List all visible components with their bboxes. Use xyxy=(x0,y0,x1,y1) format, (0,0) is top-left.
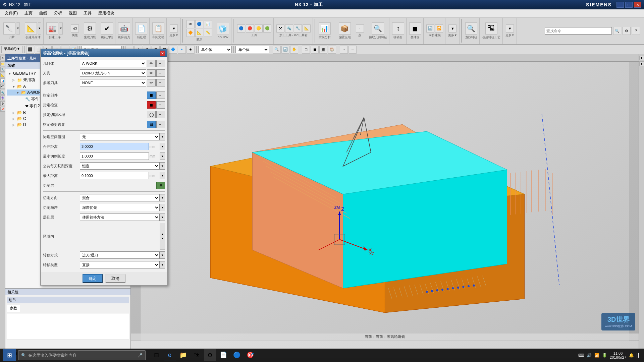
wp-btn2[interactable]: 🔴 xyxy=(246,24,254,33)
view-btn1[interactable]: → xyxy=(340,46,348,54)
3d-ipw-btn[interactable]: 🧊 xyxy=(217,23,229,35)
snap-btn7[interactable]: 🔹 xyxy=(178,46,186,54)
nav-related-header[interactable]: 相关性 xyxy=(5,289,130,295)
help-button[interactable]: ? xyxy=(632,27,640,35)
trim-boundary-more-btn[interactable]: ⋯ xyxy=(156,121,165,128)
cut-level-btn[interactable]: ≡ xyxy=(156,182,165,189)
menu-home[interactable]: 主页 xyxy=(21,10,36,17)
find-feature-btn[interactable]: 🔍 xyxy=(465,22,477,35)
gen-toolpath-btn[interactable]: ⚙ xyxy=(84,22,96,35)
layer-to-layer-arrow[interactable]: ▼ xyxy=(160,214,165,221)
taskbar-nx-button[interactable]: ⚙ xyxy=(204,349,216,361)
depth-per-cut-arrow[interactable]: ▼ xyxy=(160,162,165,170)
taskbar-pdf-button[interactable]: 📄 xyxy=(217,349,229,361)
sidebar-icon-6[interactable]: 🏷 xyxy=(0,84,5,89)
geometry-edit-btn[interactable]: ✏ xyxy=(147,60,156,67)
sidebar-icon-5[interactable]: 📊 xyxy=(0,78,5,83)
merge-dist-arrow[interactable]: ▼ xyxy=(160,143,165,150)
rotate-btn[interactable]: 🔄 xyxy=(281,46,289,54)
workshop-doc-btn[interactable]: 📋 xyxy=(152,22,164,35)
create-workseq-btn[interactable]: 🏭 xyxy=(46,22,58,35)
right-icon-1[interactable]: ⬆ xyxy=(639,56,644,60)
post-process-btn[interactable]: 📄 xyxy=(135,22,147,35)
render-btn1[interactable]: ◻ xyxy=(302,46,310,54)
maximize-button[interactable]: □ xyxy=(625,2,633,8)
menu-modules[interactable]: 应用模块 xyxy=(95,10,118,17)
geometry-more-btn[interactable]: ⋯ xyxy=(156,60,165,67)
verify-toolpath-btn[interactable]: ✔ xyxy=(101,22,113,35)
settings-button[interactable]: ⚙ xyxy=(623,27,631,35)
dialog-close-button[interactable]: ✕ xyxy=(160,51,165,56)
wp-btn4[interactable]: 🟢 xyxy=(263,24,271,33)
tool-more-btn[interactable]: ⋯ xyxy=(156,69,165,77)
specify-part-more-btn[interactable]: ⋯ xyxy=(156,92,165,99)
cut-order-arrow[interactable]: ▼ xyxy=(160,204,165,211)
sidebar-icon-10[interactable]: 📌 xyxy=(0,107,5,112)
transfer-method-select[interactable]: 进刀/退刀 xyxy=(80,251,160,259)
display-btn4[interactable]: 🔶 xyxy=(186,29,195,37)
transfer-type-arrow[interactable]: ▼ xyxy=(160,261,165,268)
move-face-btn[interactable]: ↕ xyxy=(392,22,404,35)
start-button[interactable]: ⊞ xyxy=(3,349,16,361)
search-input[interactable] xyxy=(545,27,612,35)
bias-region-btn[interactable]: 📦 xyxy=(339,22,351,35)
min-cut-arrow[interactable]: ▼ xyxy=(160,153,165,160)
create-workseq-dropdown[interactable]: ▼ xyxy=(59,22,63,35)
menu-analysis[interactable]: 分析 xyxy=(51,10,65,17)
render-btn3[interactable]: 🔳 xyxy=(319,46,327,54)
sidebar-icon-9[interactable]: ⏱ xyxy=(0,101,5,106)
machine-sim-btn[interactable]: 🤖 xyxy=(118,22,130,35)
sidebar-icon-7[interactable]: 🔩 xyxy=(0,90,5,95)
close-button[interactable]: ✕ xyxy=(634,2,641,8)
create-geometry-dropdown[interactable]: ▼ xyxy=(38,22,41,35)
cut-order-select[interactable]: 深度优先 xyxy=(80,204,160,211)
menu-file[interactable]: 文件(F) xyxy=(1,10,21,17)
tray-icon-2[interactable]: 🔊 xyxy=(587,353,592,358)
render-btn4[interactable]: 🏠 xyxy=(328,46,336,54)
tray-icon-1[interactable]: ⌨ xyxy=(578,353,584,358)
layer-to-layer-select[interactable]: 使用转移方法 xyxy=(80,214,160,221)
sidebar-icon-8[interactable]: 🔮 xyxy=(0,96,5,100)
display-btn2[interactable]: 🔵 xyxy=(195,20,203,28)
tool-edit-btn[interactable]: ✏ xyxy=(147,69,156,77)
cut-region-more-btn[interactable]: ⋯ xyxy=(156,111,165,118)
nav-refine-header[interactable]: 细节 xyxy=(7,297,129,303)
right-icon-2[interactable]: ⬇ xyxy=(639,61,644,66)
sidebar-icon-3[interactable]: 🔧 xyxy=(0,67,5,72)
trim-boundary-btn[interactable]: ▦ xyxy=(147,121,156,128)
cancel-button[interactable]: 取消 xyxy=(105,274,125,283)
region-scroll[interactable]: ▲ ▼ xyxy=(160,223,165,250)
render-btn2[interactable]: ◼ xyxy=(311,46,319,54)
geometry-select[interactable]: A-WORK xyxy=(80,60,146,67)
specify-part-btn[interactable]: ◼ xyxy=(147,92,156,99)
ref-tool-more-btn[interactable]: ⋯ xyxy=(156,79,165,86)
extract-feature-btn[interactable]: 🔍 xyxy=(372,22,384,35)
point-btn[interactable]: · xyxy=(356,24,364,33)
tray-notification[interactable]: 🔔 xyxy=(629,353,634,358)
display-btn3[interactable]: 📊 xyxy=(204,20,212,28)
max-dist-input[interactable] xyxy=(80,172,149,179)
depth-per-cut-select[interactable]: 恒定 xyxy=(80,162,160,170)
tool-select[interactable]: D20R0 (铣刀-5 ñ xyxy=(80,69,146,77)
tray-icon-4[interactable]: 🔋 xyxy=(602,353,607,358)
sidebar-icon-4[interactable]: 📐 xyxy=(0,73,5,77)
cut-direction-select[interactable]: 混合 xyxy=(80,194,160,201)
filter-select[interactable]: 单个体 xyxy=(235,46,269,53)
blade-dropdown[interactable]: ▼ xyxy=(16,22,20,35)
sidebar-icon-1[interactable]: ⚙ xyxy=(0,56,5,60)
menu-btn[interactable]: 菜单(M)▼ xyxy=(1,46,22,53)
mold-analysis-btn[interactable]: 📊 xyxy=(319,22,331,35)
view-btn2[interactable]: ← xyxy=(348,46,357,54)
specify-check-btn[interactable]: ◼ xyxy=(147,101,156,109)
tb-btn1[interactable]: ⬛ xyxy=(26,46,34,54)
more-sync-btn[interactable]: ▼ xyxy=(448,24,457,33)
create-geometry-btn[interactable]: 📐 xyxy=(25,22,37,35)
menu-curve[interactable]: 曲线 xyxy=(36,10,51,17)
taskbar-files-button[interactable]: 📁 xyxy=(177,349,189,361)
specify-check-more-btn[interactable]: ⋯ xyxy=(156,101,165,109)
cut-region-btn[interactable]: ◯ xyxy=(147,111,156,118)
tab-params[interactable]: 参数 xyxy=(7,305,20,312)
merge-dist-input[interactable] xyxy=(80,143,149,150)
gc-btn4[interactable]: 📐 xyxy=(303,24,311,33)
more-feature-btn[interactable]: ▼ xyxy=(506,24,514,33)
